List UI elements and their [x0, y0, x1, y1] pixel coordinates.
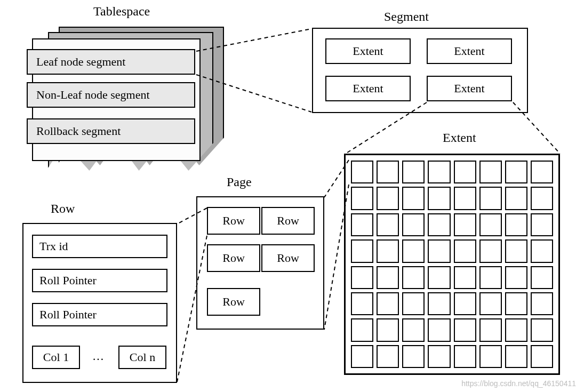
extent-page-cell: [479, 187, 502, 210]
extent-page-cell: [454, 318, 476, 341]
extent-page-cell: [351, 292, 373, 315]
extent-page-cell: [402, 213, 425, 236]
extent-page-cell: [377, 239, 399, 262]
extent-page-cell: [479, 318, 502, 341]
extent-page-cell: [454, 239, 476, 262]
page-row-2: Row: [261, 207, 315, 235]
row-field-rollptr2: Roll Pointer: [32, 303, 167, 326]
extent-page-cell: [479, 161, 502, 183]
extent-page-cell: [454, 161, 476, 183]
extent-page-cell: [377, 266, 399, 289]
segment-extent-1: Extent: [325, 38, 411, 64]
extent-page-cell: [505, 292, 527, 315]
page-row-4: Row: [261, 244, 315, 272]
extent-page-cell: [428, 239, 450, 262]
extent-page-cell: [454, 213, 476, 236]
extent-page-cell: [377, 161, 399, 183]
segment-extent-2: Extent: [427, 38, 512, 64]
extent-page-cell: [402, 345, 425, 368]
extent-page-cell: [454, 345, 476, 368]
extent-page-cell: [377, 318, 399, 341]
extent-page-cell: [505, 161, 527, 183]
row-field-rollptr1: Roll Pointer: [32, 269, 167, 292]
extent-page-cell: [479, 345, 502, 368]
extent-page-cell: [531, 239, 553, 262]
extent-page-cell: [377, 292, 399, 315]
extent-page-cell: [402, 161, 425, 183]
row-field-trxid: Trx id: [32, 235, 167, 258]
extent-page-cell: [402, 292, 425, 315]
row-coln: Col n: [118, 346, 166, 369]
extent-page-cell: [351, 266, 373, 289]
extent-page-cell: [377, 213, 399, 236]
page-row-3: Row: [207, 244, 260, 272]
extent-page-cell: [479, 213, 502, 236]
extent-page-cell: [531, 266, 553, 289]
extent-page-cell: [505, 266, 527, 289]
extent-page-cell: [531, 318, 553, 341]
extent-page-cell: [531, 345, 553, 368]
extent-page-cell: [505, 187, 527, 210]
extent-page-cell: [479, 239, 502, 262]
extent-page-cell: [377, 187, 399, 210]
extent-page-cell: [351, 318, 373, 341]
extent-page-cell: [505, 345, 527, 368]
row-ellipsis: …: [92, 349, 104, 363]
extent-page-cell: [351, 239, 373, 262]
extent-page-cell: [428, 318, 450, 341]
row-col1: Col 1: [32, 346, 80, 369]
tablespace-segment-rollback: Rollback segment: [27, 118, 195, 144]
page-row-1: Row: [207, 207, 260, 235]
extent-page-cell: [428, 161, 450, 183]
extent-page-cell: [479, 266, 502, 289]
extent-page-cell: [402, 318, 425, 341]
extent-page-cell: [351, 345, 373, 368]
extent-title: Extent: [443, 131, 476, 145]
extent-page-cell: [505, 239, 527, 262]
extent-page-cell: [351, 213, 373, 236]
extent-grid: [344, 154, 560, 375]
extent-page-cell: [531, 213, 553, 236]
extent-page-cell: [531, 292, 553, 315]
extent-page-cell: [351, 187, 373, 210]
extent-page-cell: [402, 187, 425, 210]
extent-page-cell: [351, 161, 373, 183]
segment-extent-3: Extent: [325, 76, 411, 101]
extent-page-cell: [454, 187, 476, 210]
extent-page-cell: [531, 161, 553, 183]
extent-page-cell: [428, 213, 450, 236]
page-title: Page: [227, 175, 252, 189]
extent-page-cell: [505, 213, 527, 236]
tablespace-segment-leaf: Leaf node segment: [27, 49, 195, 75]
tablespace-title: Tablespace: [93, 4, 150, 19]
extent-page-cell: [428, 187, 450, 210]
extent-page-cell: [428, 345, 450, 368]
tablespace-segment-nonleaf: Non-Leaf node segment: [27, 82, 195, 108]
segment-title: Segment: [384, 10, 429, 24]
extent-page-cell: [402, 266, 425, 289]
extent-page-cell: [454, 266, 476, 289]
page-row-5: Row: [207, 288, 260, 316]
row-title: Row: [51, 202, 75, 216]
segment-extent-4: Extent: [427, 76, 512, 101]
extent-page-cell: [505, 318, 527, 341]
extent-page-cell: [428, 266, 450, 289]
extent-page-cell: [402, 239, 425, 262]
extent-page-cell: [479, 292, 502, 315]
extent-page-cell: [428, 292, 450, 315]
extent-page-cell: [454, 292, 476, 315]
extent-page-cell: [531, 187, 553, 210]
extent-page-cell: [377, 345, 399, 368]
watermark-text: https://blog.csdn.net/qq_46150411: [461, 379, 576, 388]
